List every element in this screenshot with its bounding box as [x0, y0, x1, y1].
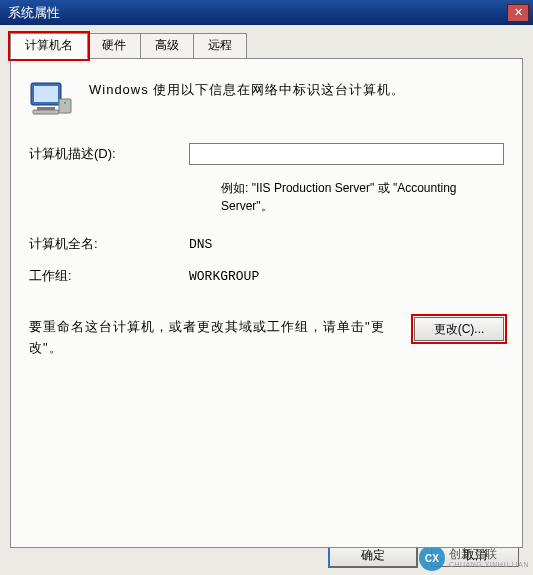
panel-header: Windows 使用以下信息在网络中标识这台计算机。 [29, 79, 504, 119]
tab-strip: 计算机名 硬件 高级 远程 [10, 33, 523, 58]
tab-panel-computer-name: Windows 使用以下信息在网络中标识这台计算机。 计算机描述(D): 例如:… [10, 58, 523, 548]
full-name-label: 计算机全名: [29, 235, 189, 253]
watermark-brand: 创新互联 [449, 548, 529, 561]
description-label: 计算机描述(D): [29, 145, 189, 163]
svg-rect-4 [59, 99, 71, 113]
svg-rect-1 [34, 86, 58, 102]
row-workgroup: 工作组: WORKGROUP [29, 267, 504, 285]
tab-remote[interactable]: 远程 [193, 33, 247, 58]
tab-hardware[interactable]: 硬件 [87, 33, 141, 58]
row-description: 计算机描述(D): [29, 143, 504, 165]
titlebar: 系统属性 ✕ [0, 0, 533, 25]
watermark-sub: CHUANG XINHU LIAN [449, 561, 529, 569]
close-icon: ✕ [514, 7, 523, 18]
description-example: 例如: "IIS Production Server" 或 "Accountin… [221, 179, 504, 215]
tab-computer-name[interactable]: 计算机名 [10, 33, 88, 59]
rename-section: 要重命名这台计算机，或者更改其域或工作组，请单击"更改"。 更改(C)... [29, 317, 504, 359]
rename-text: 要重命名这台计算机，或者更改其域或工作组，请单击"更改"。 [29, 317, 404, 359]
watermark: CX 创新互联 CHUANG XINHU LIAN [419, 545, 529, 571]
workgroup-value: WORKGROUP [189, 269, 259, 284]
watermark-text: 创新互联 CHUANG XINHU LIAN [449, 548, 529, 569]
svg-rect-3 [33, 110, 59, 114]
tab-advanced[interactable]: 高级 [140, 33, 194, 58]
full-name-value: DNS [189, 237, 212, 252]
window-title: 系统属性 [8, 4, 60, 22]
workgroup-label: 工作组: [29, 267, 189, 285]
close-button[interactable]: ✕ [507, 4, 529, 22]
row-full-name: 计算机全名: DNS [29, 235, 504, 253]
dialog-body: 计算机名 硬件 高级 远程 Windows 使用以下信息在网络中标识这台计算机。… [0, 25, 533, 575]
watermark-icon: CX [419, 545, 445, 571]
description-input[interactable] [189, 143, 504, 165]
computer-icon [29, 79, 73, 119]
svg-point-5 [64, 102, 66, 104]
change-button[interactable]: 更改(C)... [414, 317, 504, 341]
panel-header-text: Windows 使用以下信息在网络中标识这台计算机。 [89, 79, 405, 99]
